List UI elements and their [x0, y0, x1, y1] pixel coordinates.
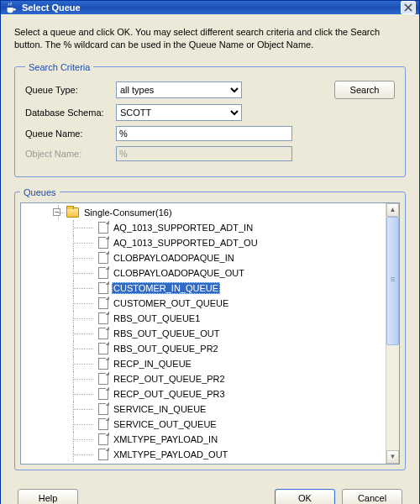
dialog-window: Select Queue Select a queue and click OK… — [0, 0, 420, 504]
tree-item-label: RBS_OUT_QUEUE_OUT — [112, 328, 222, 339]
queue-tree: −Single-Consumer(16)AQ_1013_SUPPORTED_AD… — [20, 202, 400, 465]
tree-item[interactable]: RBS_OUT_QUEUE_OUT — [23, 326, 384, 341]
folder-open-icon — [66, 207, 79, 218]
tree-item-label: CUSTOMER_IN_QUEUE — [112, 282, 220, 294]
tree-folder-label: Single-Consumer(16) — [82, 207, 174, 218]
tree-item-label: AQ_1013_SUPPORTED_ADT_OU — [112, 238, 260, 248]
tree-item[interactable]: RECP_OUT_QUEUE_PR2 — [23, 371, 384, 386]
tree-item[interactable]: CLOBPAYLOADOPAQUE_IN — [23, 250, 384, 265]
tree-item[interactable]: CUSTOMER_OUT_QUEUE — [23, 296, 384, 311]
document-icon — [98, 388, 108, 400]
document-icon — [98, 237, 108, 249]
tree-item-label: AQ_1013_SUPPORTED_ADT_IN — [112, 223, 255, 233]
search-button[interactable]: Search — [334, 81, 395, 99]
queue-name-label: Queue Name: — [25, 129, 109, 139]
tree-item-label: CUSTOMER_OUT_QUEUE — [112, 298, 230, 308]
tree-item[interactable]: RBS_OUT_QUEUE1 — [23, 311, 384, 326]
tree-item-label: XMLTYPE_PAYLOAD_IN — [112, 434, 219, 444]
document-icon — [98, 328, 108, 339]
document-icon — [98, 297, 108, 309]
document-icon — [98, 222, 108, 234]
row-db-schema: Database Schema: SCOTT — [25, 104, 395, 121]
tree-item[interactable]: CUSTOMER_IN_QUEUE — [23, 281, 384, 296]
window-title: Select Queue — [22, 3, 401, 13]
scroll-track[interactable] — [386, 217, 399, 450]
tree-item-label: SERVICE_OUT_QUEUE — [112, 419, 218, 429]
cancel-button[interactable]: Cancel — [342, 489, 402, 504]
tree-item-label: CLOBPAYLOADOPAQUE_IN — [112, 253, 236, 263]
tree-item[interactable]: AQ_1013_SUPPORTED_ADT_OU — [23, 235, 384, 250]
tree-item[interactable]: SERVICE_OUT_QUEUE — [23, 417, 384, 432]
queue-type-label: Queue Type: — [25, 85, 109, 95]
tree-item-label: RECP_IN_QUEUE — [112, 359, 193, 369]
document-icon — [98, 252, 108, 264]
tree-item-label: CLOBPAYLOADOPAQUE_OUT — [112, 268, 246, 278]
document-icon — [98, 373, 108, 385]
object-name-label: Object Name: — [25, 149, 109, 159]
scroll-up-button[interactable]: ▲ — [386, 203, 399, 217]
tree-item-label: XMLTYPE_PAYLOAD_OUT — [112, 449, 229, 459]
help-button[interactable]: Help — [18, 489, 78, 504]
object-name-input — [116, 146, 292, 161]
vertical-scrollbar[interactable]: ▲ ▼ — [386, 203, 399, 464]
button-bar: Help OK Cancel — [14, 480, 406, 504]
tree-item-label: RECP_OUT_QUEUE_PR2 — [112, 374, 227, 384]
search-criteria-group: Search Criteria Queue Type: all types Se… — [14, 62, 406, 177]
document-icon — [98, 282, 108, 294]
close-button[interactable] — [401, 1, 416, 14]
row-queue-name: Queue Name: — [25, 126, 395, 141]
tree-item[interactable]: CLOBPAYLOADOPAQUE_OUT — [23, 265, 384, 281]
queues-legend: Queues — [20, 187, 60, 197]
dialog-content: Select a queue and click OK. You may sel… — [1, 14, 419, 504]
document-icon — [98, 418, 108, 430]
row-object-name: Object Name: — [25, 146, 395, 161]
document-icon — [98, 433, 108, 445]
scroll-down-button[interactable]: ▼ — [386, 450, 399, 464]
tree-item-label: RBS_OUT_QUEUE_PR2 — [112, 344, 220, 354]
tree-item[interactable]: RECP_IN_QUEUE — [23, 356, 384, 371]
document-icon — [98, 343, 108, 354]
tree-item[interactable]: RECP_OUT_QUEUE_PR3 — [23, 386, 384, 402]
queue-name-input[interactable] — [116, 126, 292, 141]
tree-item-label: RECP_OUT_QUEUE_PR3 — [112, 389, 227, 399]
document-icon — [98, 403, 108, 415]
tree-item[interactable]: RBS_OUT_QUEUE_PR2 — [23, 341, 384, 356]
queues-group: Queues −Single-Consumer(16)AQ_1013_SUPPO… — [14, 187, 406, 470]
tree-item-label: RBS_OUT_QUEUE1 — [112, 313, 202, 323]
tree-item[interactable]: SERVICE_IN_QUEUE — [23, 402, 384, 417]
instructions-text: Select a queue and click OK. You may sel… — [14, 26, 406, 52]
tree-item-label: SERVICE_IN_QUEUE — [112, 404, 207, 414]
ok-button[interactable]: OK — [275, 489, 335, 504]
tree-item[interactable]: XMLTYPE_PAYLOAD_OUT — [23, 447, 384, 462]
document-icon — [98, 267, 108, 279]
document-icon — [98, 312, 108, 324]
db-schema-select[interactable]: SCOTT — [116, 104, 242, 121]
collapse-toggle-icon[interactable]: − — [53, 208, 60, 216]
tree-folder-single-consumer[interactable]: −Single-Consumer(16) — [23, 205, 384, 220]
search-criteria-legend: Search Criteria — [25, 62, 93, 72]
tree-item[interactable]: XMLTYPE_PAYLOAD_IN — [23, 432, 384, 447]
scroll-thumb[interactable] — [386, 217, 399, 345]
java-icon — [4, 1, 18, 14]
row-queue-type: Queue Type: all types Search — [25, 81, 395, 99]
document-icon — [98, 449, 108, 460]
tree-viewport[interactable]: −Single-Consumer(16)AQ_1013_SUPPORTED_AD… — [21, 203, 386, 464]
tree-item[interactable]: AQ_1013_SUPPORTED_ADT_IN — [23, 220, 384, 235]
document-icon — [98, 358, 108, 370]
queue-type-select[interactable]: all types — [116, 81, 242, 98]
titlebar: Select Queue — [1, 1, 419, 14]
db-schema-label: Database Schema: — [25, 108, 109, 118]
